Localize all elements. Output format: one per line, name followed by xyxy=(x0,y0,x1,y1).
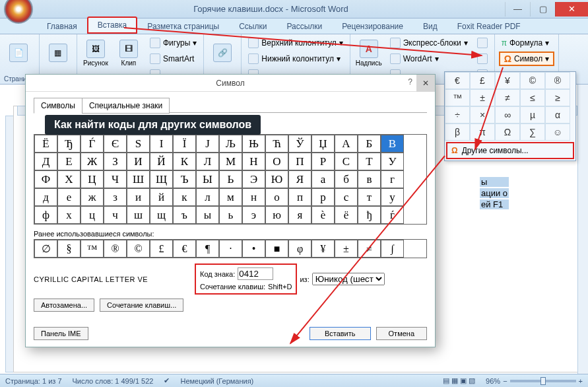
char-cell[interactable]: ѐ xyxy=(311,206,335,224)
sig-button[interactable] xyxy=(474,36,490,50)
tab-layout[interactable]: Разметка страницы xyxy=(137,18,229,34)
char-cell[interactable]: Н xyxy=(242,153,265,170)
tab-symbols[interactable]: Символы xyxy=(34,98,82,114)
char-cell[interactable]: и xyxy=(127,188,150,206)
char-cell[interactable]: с xyxy=(335,188,358,206)
char-cell[interactable]: ч xyxy=(104,206,127,224)
symbol-cell[interactable]: ™ xyxy=(445,89,470,106)
char-cell[interactable]: б xyxy=(335,170,358,188)
symbol-cell[interactable]: µ xyxy=(520,106,545,123)
symbol-cell[interactable]: ÷ xyxy=(445,106,470,123)
language-status[interactable]: Немецкий (Германия) xyxy=(180,377,253,385)
char-cell[interactable]: Ъ xyxy=(173,170,196,188)
char-cell[interactable]: р xyxy=(311,188,335,206)
char-cell[interactable]: о xyxy=(265,188,288,206)
char-cell[interactable]: а xyxy=(311,170,335,188)
char-cell[interactable]: ц xyxy=(81,206,104,224)
char-cell[interactable]: Ћ xyxy=(265,135,288,153)
symbol-cell[interactable]: × xyxy=(470,106,495,123)
char-cell[interactable]: І xyxy=(150,135,173,153)
char-cell[interactable]: з xyxy=(104,188,127,206)
char-cell[interactable]: К xyxy=(173,153,196,170)
header-button[interactable]: Верхний колонтитул ▾ xyxy=(245,36,345,50)
recent-cell[interactable]: £ xyxy=(150,240,173,258)
footer-button[interactable]: Нижний колонтитул ▾ xyxy=(245,52,345,66)
recent-cell[interactable]: ∅ xyxy=(34,240,57,258)
recent-cell[interactable]: § xyxy=(57,240,81,258)
tab-insert[interactable]: Вставка xyxy=(87,17,138,34)
shortcut-button[interactable]: Сочетание клавиш... xyxy=(100,299,183,312)
textbox-button[interactable]: AНадпись xyxy=(354,36,383,70)
symbol-cell[interactable]: β xyxy=(445,123,470,141)
char-cell[interactable]: щ xyxy=(150,206,173,224)
char-cell[interactable]: н xyxy=(242,188,265,206)
recent-cell[interactable]: € xyxy=(173,240,196,258)
vertical-scrollbar[interactable] xyxy=(577,85,588,374)
char-cell[interactable]: Ю xyxy=(265,170,288,188)
char-cell[interactable]: Л xyxy=(196,153,219,170)
char-cell[interactable]: Ѓ xyxy=(81,135,104,153)
char-cell[interactable]: Х xyxy=(57,170,81,188)
char-cell[interactable]: ш xyxy=(127,206,150,224)
char-cell[interactable]: Ф xyxy=(34,170,57,188)
recent-cell[interactable]: ≠ xyxy=(358,240,381,258)
recent-cell[interactable]: ± xyxy=(335,240,358,258)
char-cell[interactable]: е xyxy=(57,188,81,206)
char-cell[interactable]: Ў xyxy=(288,135,311,153)
char-cell[interactable]: в xyxy=(358,170,381,188)
char-cell[interactable]: ь xyxy=(219,206,242,224)
char-cell[interactable]: у xyxy=(381,188,404,206)
date-button[interactable] xyxy=(474,52,490,66)
code-input[interactable] xyxy=(238,267,273,280)
picture-button[interactable]: 🖼Рисунок xyxy=(81,36,110,70)
char-cell[interactable]: ю xyxy=(265,206,288,224)
recent-cell[interactable]: ■ xyxy=(265,240,288,258)
char-cell[interactable]: Ь xyxy=(219,170,242,188)
proofing-icon[interactable]: ✔ xyxy=(164,376,170,385)
zoom-value[interactable]: 96% xyxy=(486,377,500,385)
char-cell[interactable]: И xyxy=(127,153,150,170)
symbol-cell[interactable]: ® xyxy=(545,72,570,89)
symbol-cell[interactable]: ≠ xyxy=(495,89,520,106)
char-cell[interactable]: Й xyxy=(150,153,173,170)
char-cell[interactable]: м xyxy=(219,188,242,206)
char-cell[interactable]: Ј xyxy=(196,135,219,153)
recent-cell[interactable]: ∫ xyxy=(381,240,404,258)
view-buttons[interactable]: ▤ ▦ ▣ ▧ xyxy=(443,376,475,385)
char-cell[interactable]: Ѕ xyxy=(127,135,150,153)
recent-cell[interactable]: φ xyxy=(288,240,311,258)
equation-button[interactable]: π Формула ▾ xyxy=(499,36,555,50)
char-cell[interactable]: В xyxy=(381,135,404,153)
char-cell[interactable]: й xyxy=(150,188,173,206)
ime-panel-button[interactable]: Панель IME xyxy=(34,327,88,340)
char-cell[interactable]: О xyxy=(265,153,288,170)
char-cell[interactable]: ђ xyxy=(358,206,381,224)
char-cell[interactable]: Д xyxy=(34,153,57,170)
recent-cell[interactable]: ¶ xyxy=(196,240,219,258)
clip-button[interactable]: 🎞Клип xyxy=(114,36,143,70)
char-cell[interactable]: ы xyxy=(196,206,219,224)
symbol-cell[interactable]: Ω xyxy=(495,123,520,141)
recent-cell[interactable]: · xyxy=(219,240,242,258)
char-cell[interactable]: Ж xyxy=(81,153,104,170)
symbol-cell[interactable]: α xyxy=(545,106,570,123)
char-cell[interactable]: ъ xyxy=(173,206,196,224)
char-cell[interactable]: Э xyxy=(242,170,265,188)
char-cell[interactable]: Я xyxy=(288,170,311,188)
cancel-button[interactable]: Отмена xyxy=(376,327,427,340)
char-cell[interactable]: З xyxy=(104,153,127,170)
symbol-cell[interactable]: ¥ xyxy=(495,72,520,89)
char-cell[interactable]: х xyxy=(57,206,81,224)
char-cell[interactable]: У xyxy=(381,153,404,170)
recent-cell[interactable]: ® xyxy=(104,240,127,258)
minimize-button[interactable]: — xyxy=(505,2,530,17)
char-cell[interactable]: Ы xyxy=(196,170,219,188)
recent-cell[interactable]: ¥ xyxy=(311,240,335,258)
char-cell[interactable]: ф xyxy=(34,206,57,224)
char-cell[interactable]: Б xyxy=(358,135,381,153)
pages-button[interactable]: 📄 xyxy=(4,36,33,70)
char-cell[interactable]: я xyxy=(288,206,311,224)
char-cell[interactable]: М xyxy=(219,153,242,170)
char-cell[interactable]: А xyxy=(335,135,358,153)
links-button[interactable]: 🔗 xyxy=(208,36,237,70)
